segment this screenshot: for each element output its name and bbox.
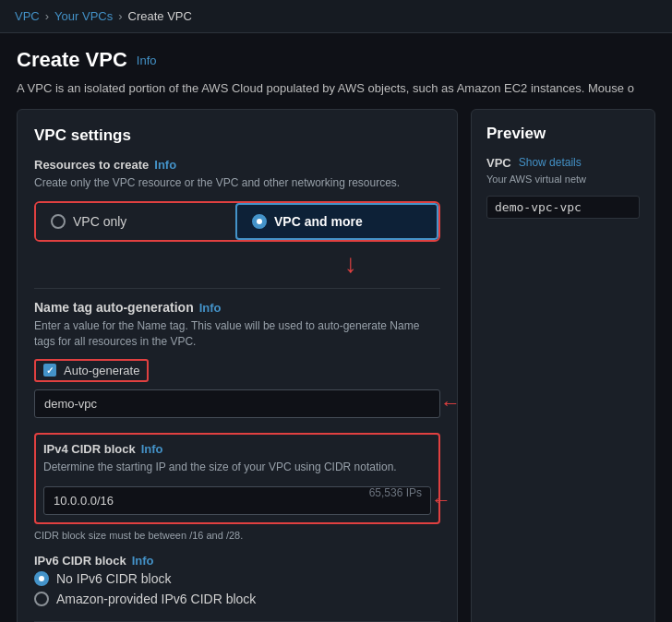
auto-generate-label: Auto-generate [64, 364, 139, 377]
no-ipv6-label: No IPv6 CIDR block [56, 571, 171, 586]
resources-radio-group: VPC only VPC and more [34, 201, 440, 242]
name-input-arrow: ← [440, 391, 461, 415]
no-ipv6-radio[interactable] [34, 571, 49, 586]
preview-vpc-name: demo-vpc-vpc [486, 196, 640, 219]
resources-field: Resources to create Info Create only the… [34, 158, 440, 243]
ipv6-info-link[interactable]: Info [132, 554, 154, 568]
vpc-settings-title: VPC settings [34, 126, 440, 145]
breadcrumb-create-vpc: Create VPC [128, 9, 192, 23]
resources-info-link[interactable]: Info [154, 158, 176, 172]
breadcrumb-vpc-link[interactable]: VPC [15, 9, 40, 23]
vpc-and-more-label: VPC and more [274, 214, 363, 229]
ipv4-input-arrow: ← [431, 488, 451, 512]
vpc-only-option[interactable]: VPC only [36, 203, 235, 240]
ipv4-input-wrap: 65,536 IPs ← [43, 486, 431, 515]
ipv4-cidr-input[interactable] [43, 486, 431, 515]
auto-generate-row[interactable]: Auto-generate [34, 359, 149, 382]
no-ipv6-row[interactable]: No IPv6 CIDR block [34, 571, 440, 586]
preview-panel: Preview VPC Show details Your AWS virtua… [471, 109, 655, 623]
divider-1 [34, 288, 440, 289]
preview-vpc-desc: Your AWS virtual netw [486, 173, 640, 185]
amazon-ipv6-row[interactable]: Amazon-provided IPv6 CIDR block [34, 592, 440, 606]
ipv6-cidr-section: IPv6 CIDR block Info No IPv6 CIDR block … [34, 554, 440, 606]
vpc-and-more-option[interactable]: VPC and more [235, 203, 438, 240]
auto-generate-checkbox[interactable] [43, 364, 56, 377]
amazon-ipv6-radio[interactable] [34, 592, 49, 606]
breadcrumb-sep-1: › [45, 9, 49, 23]
page-info-link[interactable]: Info [137, 54, 157, 67]
ipv4-cidr-desc: Determine the starting IP and the size o… [43, 460, 431, 475]
ipv4-info-link[interactable]: Info [141, 442, 163, 456]
name-tag-info-link[interactable]: Info [199, 301, 222, 315]
preview-title: Preview [486, 125, 640, 143]
page-header: Create VPC Info [0, 33, 672, 79]
name-tag-input[interactable] [34, 389, 440, 418]
vpc-only-label: VPC only [73, 214, 126, 229]
breadcrumb-sep-2: › [118, 9, 122, 23]
ipv4-warning: CIDR block size must be between /16 and … [34, 530, 440, 541]
resources-label: Resources to create Info [34, 158, 440, 172]
breadcrumb: VPC › Your VPCs › Create VPC [0, 0, 672, 33]
breadcrumb-your-vpcs-link[interactable]: Your VPCs [54, 9, 113, 23]
vpc-only-radio[interactable] [51, 214, 66, 229]
page-title: Create VPC [17, 48, 127, 72]
page-description: A VPC is an isolated portion of the AWS … [0, 79, 672, 109]
vpc-settings-panel: VPC settings Resources to create Info Cr… [17, 109, 458, 623]
name-tag-title: Name tag auto-generation Info [34, 300, 440, 315]
vpc-and-more-radio[interactable] [252, 214, 267, 229]
ipv4-cidr-label: IPv4 CIDR block Info [43, 442, 431, 456]
ipv4-cidr-section: IPv4 CIDR block Info Determine the start… [34, 433, 440, 524]
preview-vpc-label: VPC [486, 156, 511, 170]
preview-show-details-link[interactable]: Show details [519, 156, 582, 169]
ipv6-cidr-label: IPv6 CIDR block Info [34, 554, 440, 568]
resources-desc: Create only the VPC resource or the VPC … [34, 175, 440, 191]
main-layout: VPC settings Resources to create Info Cr… [0, 109, 672, 623]
name-tag-section: Name tag auto-generation Info Enter a va… [34, 300, 440, 418]
name-tag-desc: Enter a value for the Name tag. This val… [34, 318, 440, 350]
preview-vpc-row: VPC Show details [486, 156, 640, 170]
amazon-ipv6-label: Amazon-provided IPv6 CIDR block [56, 592, 256, 606]
arrow-annotation-down: ↓ [344, 251, 357, 277]
name-input-wrap: ← [34, 389, 440, 418]
